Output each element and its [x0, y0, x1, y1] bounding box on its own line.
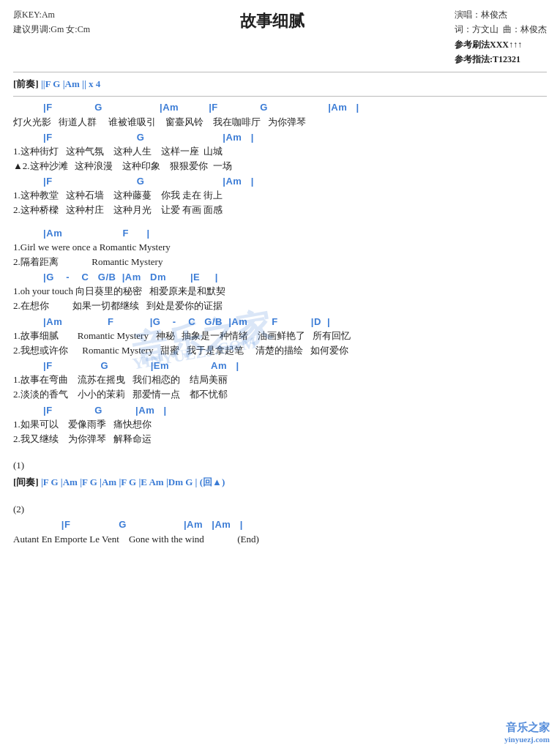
intro-section: [前奏] ||F G |Am || x 4 — [13, 77, 547, 92]
header: 原KEY:Am 建议男调:Gm 女:Cm 故事细腻 演唱：林俊杰 词：方文山 曲… — [13, 7, 547, 67]
intro-chords: ||F G |Am || x 4 — [41, 78, 100, 89]
interlude-chords: [间奏] |F G |Am |F G |Am |F G |E Am |Dm G … — [13, 475, 547, 490]
ref1: 参考刷法XXX↑↑↑ — [455, 37, 547, 52]
gap3 — [13, 492, 547, 499]
key-info: 原KEY:Am 建议男调:Gm 女:Cm — [13, 7, 90, 37]
singer-info: 演唱：林俊杰 词：方文山 曲：林俊杰 — [455, 7, 547, 37]
chorus5: |F G |Am | 1.如果可以 爱像雨季 痛快想你 2.我又继续 为你弹琴 … — [13, 404, 547, 446]
verse2: |F G |Am | 1.这种街灯 这种气氛 这种人生 这样一座 山城 ▲2.这… — [13, 131, 547, 173]
gap1 — [13, 220, 547, 227]
chorus3: |Am F |G - C G/B |Am F |D | 1.故事细腻 Roman… — [13, 315, 547, 358]
interlude-section: (1) [间奏] |F G |Am |F G |Am |F G |E Am |D… — [13, 458, 547, 490]
chorus1: |Am F | 1.Girl we were once a Romantic M… — [13, 227, 547, 269]
intro-label: [前奏] — [13, 78, 39, 89]
divider2 — [13, 96, 547, 97]
footer-sub: yinyuezj.com — [504, 735, 550, 744]
verse3: |F G |Am | 1.这种教堂 这种石墙 这种藤蔓 你我 走在 街上 2.这… — [13, 175, 547, 217]
ref2: 参考指法:T12321 — [455, 52, 547, 67]
interlude-label1: (1) — [13, 458, 547, 474]
footer: 音乐之家 yinyuezj.com — [504, 721, 550, 744]
outro: |F G |Am |Am | Autant En Emporte Le Vent… — [13, 518, 547, 546]
song-title: 故事细腻 — [90, 7, 455, 32]
chorus2: |G - C G/B |Am Dm |E | 1.oh your touch 向… — [13, 271, 547, 313]
gap2 — [13, 448, 547, 455]
footer-main: 音乐之家 — [504, 721, 550, 735]
header-divider — [13, 72, 547, 72]
chorus4: |F G |Em Am | 1.故事在弯曲 流苏在摇曳 我们相恋的 结局美丽 2… — [13, 359, 547, 402]
song-meta: 演唱：林俊杰 词：方文山 曲：林俊杰 参考刷法XXX↑↑↑ 参考指法:T1232… — [455, 7, 547, 67]
section2-label: (2) — [13, 502, 547, 517]
verse1-chords: |F G |Am |F G |Am | 灯火光影 街道人群 谁被谁吸引 窗臺风铃… — [13, 101, 547, 129]
